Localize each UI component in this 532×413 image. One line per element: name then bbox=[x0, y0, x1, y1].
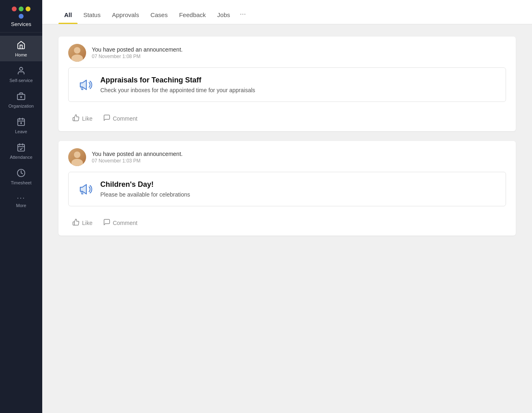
post-text-2: You have posted an announcement. bbox=[92, 151, 183, 157]
announcement-desc-2: Please be available for celebrations bbox=[100, 191, 497, 198]
post-meta-2: You have posted an announcement. 07 Nove… bbox=[92, 151, 183, 164]
announcement-box-1: Appraisals for Teaching Staff Check your… bbox=[68, 67, 506, 102]
post-card-2: You have posted an announcement. 07 Nove… bbox=[58, 141, 516, 236]
sidebar-item-leave-label: Leave bbox=[15, 129, 27, 134]
post-time-1: 07 November 1:08 PM bbox=[92, 54, 183, 59]
comment-label-1: Comment bbox=[113, 115, 138, 122]
comment-icon-2 bbox=[103, 218, 110, 227]
sidebar-logo: .dot-yellow{background:#e6c820;} Service… bbox=[0, 0, 42, 32]
tab-approvals[interactable]: Approvals bbox=[106, 4, 145, 24]
avatar-1 bbox=[68, 44, 86, 62]
tabs-more-button[interactable]: ··· bbox=[236, 2, 250, 24]
main-content: All Status Approvals Cases Feedback Jobs… bbox=[42, 0, 532, 413]
megaphone-icon-1 bbox=[78, 77, 94, 93]
sidebar-item-timesheet-label: Timesheet bbox=[11, 180, 32, 185]
tabs-bar: All Status Approvals Cases Feedback Jobs… bbox=[42, 0, 532, 24]
dot-green bbox=[19, 6, 24, 11]
tab-status[interactable]: Status bbox=[78, 4, 106, 24]
sidebar-item-home[interactable]: Home bbox=[0, 36, 42, 61]
sidebar-item-timesheet[interactable]: Timesheet bbox=[0, 164, 42, 189]
tab-jobs[interactable]: Jobs bbox=[212, 4, 236, 24]
comment-button-2[interactable]: Comment bbox=[99, 217, 142, 229]
like-label-1: Like bbox=[82, 115, 93, 122]
like-icon-2 bbox=[72, 218, 80, 227]
sidebar: .dot-yellow{background:#e6c820;} Service… bbox=[0, 0, 42, 413]
avatar-2 bbox=[68, 148, 86, 166]
sidebar-item-more[interactable]: ··· More bbox=[0, 189, 42, 212]
organization-icon bbox=[17, 92, 26, 102]
sidebar-item-self-service[interactable]: Self-service bbox=[0, 61, 42, 87]
like-icon-1 bbox=[72, 114, 80, 123]
more-icon: ··· bbox=[17, 194, 25, 201]
post-actions-1: Like Comment bbox=[58, 108, 516, 131]
sidebar-item-home-label: Home bbox=[15, 52, 27, 57]
logo-dots: .dot-yellow{background:#e6c820;} bbox=[12, 6, 30, 11]
post-actions-2: Like Comment bbox=[58, 213, 516, 236]
post-card-1: You have posted an announcement. 07 Nove… bbox=[58, 37, 516, 131]
sidebar-item-leave[interactable]: Leave bbox=[0, 112, 42, 138]
post-meta-1: You have posted an announcement. 07 Nove… bbox=[92, 46, 183, 59]
timesheet-icon bbox=[17, 169, 26, 179]
comment-icon-1 bbox=[103, 114, 110, 123]
announcement-content-2: Children's Day! Please be available for … bbox=[100, 180, 497, 198]
post-header-2: You have posted an announcement. 07 Nove… bbox=[58, 141, 516, 172]
announcement-desc-1: Check your inboxes for the appointed tim… bbox=[100, 87, 497, 93]
sidebar-item-attendance-label: Attendance bbox=[10, 155, 32, 160]
comment-label-2: Comment bbox=[113, 220, 138, 226]
sidebar-item-attendance[interactable]: Attendance bbox=[0, 138, 42, 164]
svg-rect-10 bbox=[18, 145, 25, 151]
dot-red bbox=[12, 6, 17, 11]
comment-button-1[interactable]: Comment bbox=[99, 112, 142, 125]
like-button-1[interactable]: Like bbox=[68, 112, 97, 125]
home-icon bbox=[17, 41, 26, 51]
attendance-icon bbox=[17, 143, 26, 153]
tab-cases[interactable]: Cases bbox=[145, 4, 173, 24]
app-name: Services bbox=[11, 21, 31, 27]
avatar-image-1 bbox=[68, 44, 86, 62]
sidebar-nav: Home Self-service Organization bbox=[0, 32, 42, 212]
sidebar-item-more-label: More bbox=[16, 203, 26, 208]
megaphone-icon-2 bbox=[78, 181, 94, 197]
sidebar-item-organization-label: Organization bbox=[9, 104, 34, 108]
svg-point-8 bbox=[21, 123, 22, 124]
post-time-2: 07 November 1:03 PM bbox=[92, 158, 183, 164]
announcement-content-1: Appraisals for Teaching Staff Check your… bbox=[100, 76, 497, 93]
tab-all[interactable]: All bbox=[58, 4, 78, 24]
like-button-2[interactable]: Like bbox=[68, 217, 97, 229]
post-header-1: You have posted an announcement. 07 Nove… bbox=[58, 37, 516, 67]
self-service-icon bbox=[17, 66, 26, 76]
dot-blue bbox=[19, 14, 24, 19]
announcement-title-2: Children's Day! bbox=[100, 180, 497, 189]
feed-content: You have posted an announcement. 07 Nove… bbox=[42, 24, 532, 413]
sidebar-item-organization[interactable]: Organization bbox=[0, 87, 42, 112]
announcement-title-1: Appraisals for Teaching Staff bbox=[100, 76, 497, 84]
avatar-image-2 bbox=[68, 148, 86, 166]
logo-dots-row2 bbox=[19, 14, 24, 19]
dot-yellow: .dot-yellow{background:#e6c820;} bbox=[26, 6, 30, 11]
post-text-1: You have posted an announcement. bbox=[92, 46, 183, 53]
sidebar-item-self-service-label: Self-service bbox=[9, 78, 32, 83]
leave-icon bbox=[17, 117, 26, 128]
svg-point-0 bbox=[19, 67, 22, 70]
announcement-box-2: Children's Day! Please be available for … bbox=[68, 172, 506, 206]
like-label-2: Like bbox=[82, 220, 93, 226]
tab-feedback[interactable]: Feedback bbox=[173, 4, 212, 24]
